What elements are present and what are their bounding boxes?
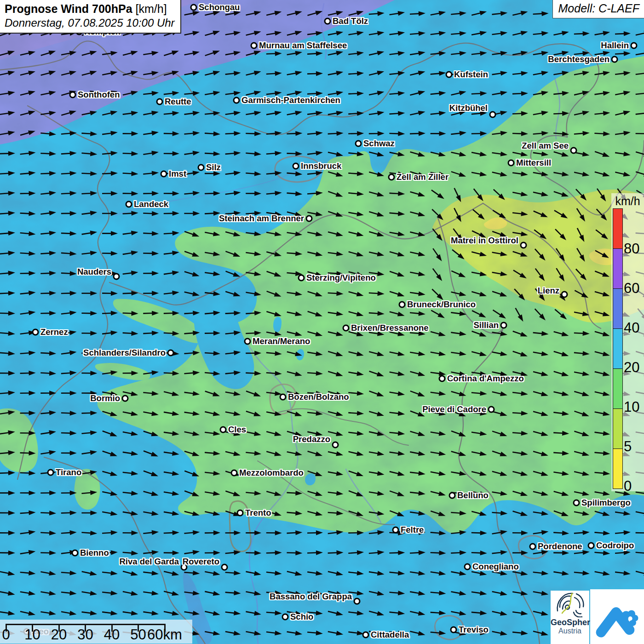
geosphere-contour-icon	[555, 591, 585, 617]
weather-map-page: { "title": { "line1_bold": "Prognose Win…	[0, 0, 644, 644]
legend-tick-20: 20	[624, 360, 639, 374]
legend-band-10	[613, 368, 622, 408]
model-label: Modell: C-LAEF	[552, 0, 644, 18]
scalebar-label-3: 30	[77, 627, 93, 643]
scalebar-label-5: 50	[130, 627, 146, 643]
geosphere-logo: GeoSphere Austria	[551, 591, 589, 644]
scalebar-label-2: 20	[51, 627, 67, 643]
scalebar-label-4: 40	[104, 627, 120, 643]
forecast-datetime: Donnerstag, 07.08.2025 10:00 Uhr	[5, 17, 175, 29]
legend-tick-40: 40	[624, 321, 639, 335]
legend-band-60	[613, 248, 622, 288]
legend-color-bar	[613, 208, 623, 489]
legend-tick-10: 10	[624, 400, 639, 414]
legend-tick-0: 0	[624, 479, 632, 493]
title-unit: [km/h]	[132, 2, 167, 15]
partner-logo	[590, 589, 644, 644]
legend-band-0	[613, 448, 622, 489]
terrain-hillshade	[0, 0, 644, 644]
scalebar-label-6: 60km	[147, 627, 182, 643]
scalebar-label-1: 10	[24, 627, 40, 643]
geosphere-country: Austria	[551, 627, 589, 635]
legend-band-20	[613, 328, 622, 368]
legend-band-40	[613, 288, 622, 328]
distance-scalebar: 0102030405060km	[0, 620, 192, 644]
geosphere-name: GeoSphere	[551, 618, 589, 627]
legend-unit-label: km/h	[611, 195, 644, 208]
legend-tick-80: 80	[624, 242, 639, 256]
wind-speed-legend: km/h 806040201050	[611, 193, 644, 491]
legend-tick-60: 60	[624, 281, 639, 295]
map-title-box: Prognose Wind 700hPa [km/h] Donnerstag, …	[0, 0, 181, 34]
page-title: Prognose Wind 700hPa [km/h]	[5, 2, 175, 16]
wind-forecast-map	[0, 0, 644, 644]
scalebar-label-0: 0	[2, 627, 10, 643]
legend-tick-5: 5	[624, 439, 632, 454]
mountain-cloud-icon	[594, 594, 640, 640]
legend-band-5	[613, 408, 622, 448]
legend-band-80	[613, 209, 622, 248]
